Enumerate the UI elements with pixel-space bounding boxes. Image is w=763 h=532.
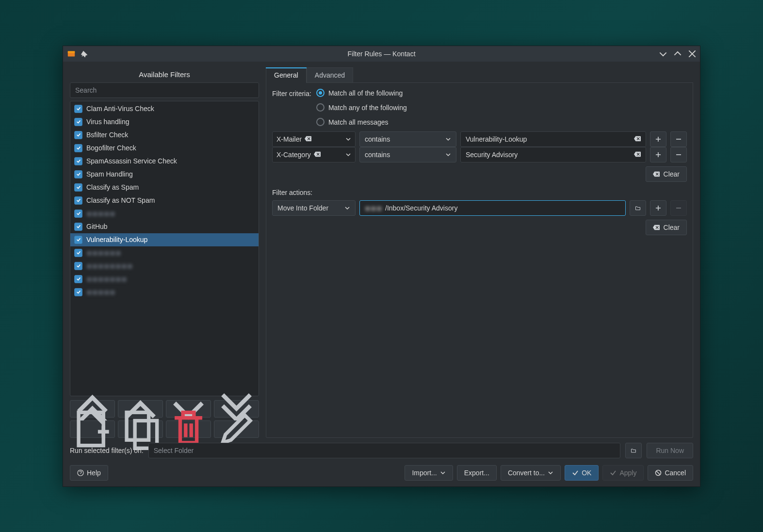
cancel-button[interactable]: Cancel [648, 465, 693, 481]
filter-label: ◼◼◼◼◼ [86, 288, 115, 296]
add-rule-button[interactable] [650, 131, 666, 147]
copy-filter-button[interactable] [118, 420, 163, 438]
filter-checkbox[interactable] [74, 249, 82, 257]
filter-actions-label: Filter actions: [272, 189, 687, 196]
clear-criteria-button[interactable]: Clear [646, 166, 687, 182]
filter-checkbox[interactable] [74, 288, 82, 296]
svg-rect-3 [127, 412, 149, 440]
filter-label: Classify as Spam [86, 183, 139, 191]
check-icon [610, 469, 617, 476]
filter-item[interactable]: ◼◼◼◼◼◼ [70, 246, 259, 259]
remove-rule-button[interactable] [670, 147, 687, 162]
chevron-down-icon[interactable] [345, 136, 351, 142]
filter-label: Bsfilter Check [86, 131, 128, 139]
radio-match-all-messages[interactable]: Match all messages [316, 117, 407, 128]
help-icon [77, 469, 84, 476]
criteria-rule-row: X-CategorycontainsSecurity Advisory [272, 147, 687, 162]
chevron-down-icon [445, 152, 451, 158]
rule-field-combo[interactable]: X-Category [272, 147, 356, 162]
filter-checkbox[interactable] [74, 196, 82, 205]
backspace-icon[interactable] [634, 151, 641, 158]
tab-general[interactable]: General [266, 67, 307, 82]
filter-label: Vulnerability-Lookup [86, 236, 147, 243]
browse-run-folder-button[interactable] [625, 443, 642, 458]
filter-checkbox[interactable] [74, 262, 82, 270]
filter-item[interactable]: Classify as NOT Spam [70, 194, 259, 207]
maximize-button[interactable] [674, 50, 682, 58]
add-action-button[interactable] [650, 200, 666, 216]
filter-details-panel: General Advanced Filter criteria: Match … [266, 67, 693, 438]
rule-field-combo[interactable]: X-Mailer [272, 131, 356, 147]
filter-checkbox[interactable] [74, 144, 82, 152]
browse-folder-button[interactable] [630, 200, 646, 216]
filter-checkbox[interactable] [74, 236, 82, 244]
backspace-icon [653, 171, 660, 177]
run-folder-select[interactable]: Select Folder [148, 443, 621, 458]
filter-list[interactable]: Clam Anti-Virus CheckVirus handlingBsfil… [70, 101, 259, 396]
add-rule-button[interactable] [650, 147, 666, 162]
radio-match-any[interactable]: Match any of the following [316, 102, 407, 113]
backspace-icon [653, 225, 660, 230]
filter-item[interactable]: Classify as Spam [70, 181, 259, 194]
filter-checkbox[interactable] [74, 105, 82, 113]
rule-value-input[interactable]: Vulnerability-Lookup [460, 131, 646, 147]
filter-item[interactable]: Clam Anti-Virus Check [70, 102, 259, 115]
clear-actions-button[interactable]: Clear [646, 220, 687, 235]
run-now-button: Run Now [647, 443, 693, 458]
filter-item[interactable]: SpamAssassin Service Check [70, 155, 259, 168]
radio-match-all[interactable]: Match all of the following [316, 88, 407, 98]
action-rows: Move Into Folder◼◼◼/Inbox/Security Advis… [272, 200, 687, 216]
filter-item[interactable]: Spam Handling [70, 168, 259, 181]
rule-value-input[interactable]: Security Advisory [460, 147, 646, 162]
apply-button: Apply [602, 465, 644, 481]
filter-checkbox[interactable] [74, 223, 82, 231]
chevron-down-icon[interactable] [345, 152, 351, 158]
filter-checkbox[interactable] [74, 275, 82, 283]
backspace-icon[interactable] [634, 136, 641, 143]
new-filter-button[interactable] [70, 420, 115, 438]
app-icon [67, 49, 76, 58]
filter-checkbox[interactable] [74, 131, 82, 139]
filter-label: GitHub [86, 223, 108, 230]
backspace-icon[interactable] [305, 136, 311, 143]
cancel-icon [655, 469, 662, 476]
tab-advanced[interactable]: Advanced [307, 67, 353, 82]
available-filters-title: Available Filters [70, 67, 259, 82]
filter-checkbox[interactable] [74, 183, 82, 192]
close-button[interactable] [688, 50, 696, 58]
filter-checkbox[interactable] [74, 157, 82, 165]
filter-item[interactable]: Bogofilter Check [70, 142, 259, 155]
filter-item[interactable]: Vulnerability-Lookup [70, 233, 259, 246]
filter-search-input[interactable]: Search [70, 82, 259, 98]
delete-filter-button[interactable] [166, 420, 211, 438]
minimize-button[interactable] [659, 50, 667, 58]
rule-operator-combo[interactable]: contains [359, 147, 456, 162]
remove-rule-button[interactable] [670, 131, 687, 147]
help-button[interactable]: Help [70, 465, 108, 481]
pin-icon[interactable] [81, 50, 88, 58]
titlebar: Filter Rules — Kontact [63, 46, 700, 62]
filter-criteria-label: Filter criteria: [272, 88, 311, 97]
criteria-rules: X-MailercontainsVulnerability-LookupX-Ca… [272, 131, 687, 162]
filter-item[interactable]: Virus handling [70, 115, 259, 129]
export-button[interactable]: Export... [457, 465, 497, 481]
filter-label: Virus handling [86, 118, 129, 126]
filter-item[interactable]: ◼◼◼◼◼◼◼◼ [70, 259, 259, 273]
convert-button[interactable]: Convert to... [501, 465, 561, 481]
action-folder-input[interactable]: ◼◼◼/Inbox/Security Advisory [359, 200, 626, 216]
filter-item[interactable]: Bsfilter Check [70, 129, 259, 142]
filter-item[interactable]: ◼◼◼◼◼ [70, 207, 259, 220]
filter-checkbox[interactable] [74, 170, 82, 178]
filter-checkbox[interactable] [74, 118, 82, 126]
import-button[interactable]: Import... [405, 465, 453, 481]
ok-button[interactable]: OK [565, 465, 599, 481]
filter-checkbox[interactable] [74, 210, 82, 218]
backspace-icon[interactable] [314, 151, 321, 158]
rename-filter-button[interactable] [214, 420, 259, 438]
filter-item[interactable]: GitHub [70, 220, 259, 233]
filter-item[interactable]: ◼◼◼◼◼ [70, 286, 259, 299]
action-type-combo[interactable]: Move Into Folder [272, 200, 356, 216]
window-title: Filter Rules — Kontact [63, 50, 700, 58]
filter-item[interactable]: ◼◼◼◼◼◼◼ [70, 273, 259, 286]
rule-operator-combo[interactable]: contains [359, 131, 456, 147]
